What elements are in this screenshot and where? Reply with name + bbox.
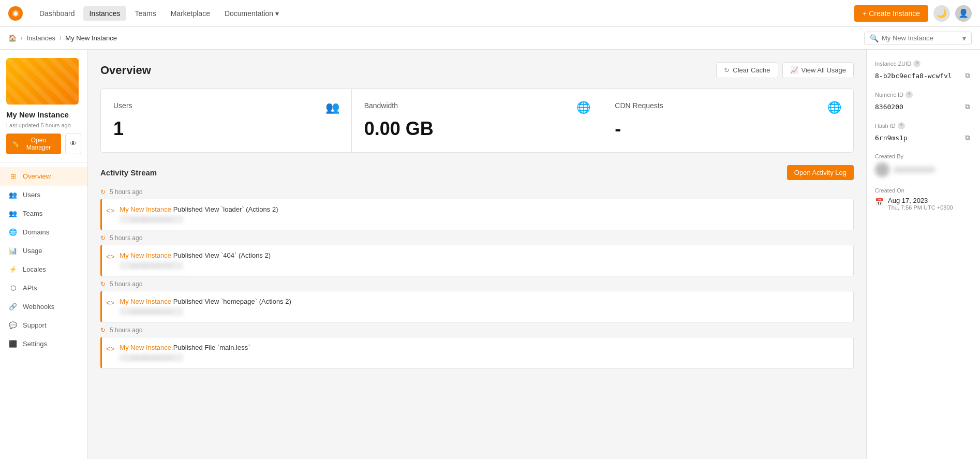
- activity-item-text-4: My New Instance Published File `main.les…: [120, 344, 846, 351]
- copy-hash-id-button[interactable]: ⧉: [963, 132, 972, 143]
- user-avatar[interactable]: 👤: [955, 5, 972, 22]
- nav-documentation[interactable]: Documentation ▾: [218, 6, 285, 21]
- breadcrumb-instances[interactable]: Instances: [26, 34, 55, 42]
- instance-zuid-label: Instance ZUID ?: [875, 60, 972, 67]
- stat-bandwidth: Bandwidth 0.00 GB 🌐: [352, 89, 603, 152]
- activity-item-sub-3: user@email.com: [120, 307, 183, 316]
- activity-item-content-4: My New Instance Published File `main.les…: [120, 344, 846, 362]
- page-layout: My New Instance Last updated 5 hours ago…: [0, 50, 980, 459]
- calendar-icon: 📅: [875, 198, 884, 206]
- sidebar-item-usage[interactable]: 📊 Usage: [0, 242, 87, 260]
- activity-instance-link-4[interactable]: My New Instance: [120, 344, 171, 351]
- sidebar-item-settings[interactable]: ⬛ Settings: [0, 335, 87, 353]
- numeric-id-field: Numeric ID ? 8360200 ⧉: [875, 91, 972, 112]
- breadcrumb-bar: 🏠 / Instances / My New Instance 🔍 ▾: [0, 27, 980, 50]
- breadcrumb-current: My New Instance: [65, 34, 117, 42]
- activity-header: Activity Stream Open Activity Log: [100, 165, 854, 180]
- instance-updated: Last updated 5 hours ago: [6, 122, 81, 128]
- refresh-icon: ↻: [100, 327, 106, 334]
- teams-icon: 👥: [8, 209, 18, 218]
- breadcrumb-search-input[interactable]: [882, 34, 959, 42]
- sidebar-item-support[interactable]: 💬 Support: [0, 316, 87, 335]
- breadcrumb-home[interactable]: 🏠: [8, 34, 17, 42]
- activity-item-text-3: My New Instance Published View `homepage…: [120, 298, 846, 305]
- activity-item-text-1: My New Instance Published View `loader` …: [120, 205, 846, 213]
- stat-cdn: CDN Requests - 🌐: [602, 89, 853, 152]
- create-instance-button[interactable]: + Create Instance: [854, 5, 928, 22]
- sidebar-item-users[interactable]: 👥 Users: [0, 186, 87, 204]
- open-activity-log-button[interactable]: Open Activity Log: [787, 165, 854, 180]
- activity-instance-link-3[interactable]: My New Instance: [120, 298, 171, 305]
- copy-instance-zuid-button[interactable]: ⧉: [963, 70, 972, 81]
- code-icon: <>: [106, 299, 114, 307]
- right-panel: Instance ZUID ? 8-b2bc9ecfa8-wcwfvl ⧉ Nu…: [866, 50, 980, 459]
- main-wrapper: Overview ↻ Clear Cache 📈 View All Usage …: [0, 50, 866, 459]
- refresh-icon: ↻: [100, 234, 106, 242]
- locales-icon: ⚡: [8, 265, 18, 274]
- stats-row: Users 1 👥 Bandwidth 0.00 GB 🌐 CDN Reques…: [100, 88, 854, 153]
- activity-section: Activity Stream Open Activity Log ↻ 5 ho…: [100, 165, 854, 368]
- created-on-date-block: Aug 17, 2023 Thu, 7:56 PM UTC +0800: [888, 197, 953, 211]
- activity-instance-link-1[interactable]: My New Instance: [120, 205, 171, 213]
- sidebar-item-apis[interactable]: ⬡ APIs: [0, 279, 87, 298]
- created-on-row: 📅 Aug 17, 2023 Thu, 7:56 PM UTC +0800: [875, 197, 972, 211]
- preview-button[interactable]: 👁: [65, 134, 81, 154]
- usage-icon: 📊: [8, 246, 18, 256]
- clear-cache-button[interactable]: ↻ Clear Cache: [716, 62, 778, 78]
- activity-timestamp-3: ↻ 5 hours ago: [100, 280, 854, 288]
- apis-icon: ⬡: [8, 284, 18, 293]
- breadcrumb-sep2: /: [60, 35, 61, 42]
- cdn-stat-icon: 🌐: [826, 99, 843, 116]
- created-on-date: Aug 17, 2023: [888, 197, 953, 204]
- sidebar-nav: ⊞ Overview 👥 Users 👥 Teams 🌐 Domains 📊 U…: [0, 163, 87, 358]
- breadcrumb-sep1: /: [21, 35, 22, 42]
- activity-instance-link-2[interactable]: My New Instance: [120, 251, 171, 259]
- activity-item-4: <> My New Instance Published File `main.…: [100, 337, 854, 368]
- nav-dashboard[interactable]: Dashboard: [33, 6, 81, 21]
- sidebar-item-webhooks[interactable]: 🔗 Webhooks: [0, 298, 87, 316]
- nav-marketplace[interactable]: Marketplace: [165, 6, 216, 21]
- copy-numeric-id-button[interactable]: ⧉: [963, 101, 972, 112]
- overview-header: Overview ↻ Clear Cache 📈 View All Usage: [100, 62, 854, 78]
- chevron-down-icon[interactable]: ▾: [962, 34, 966, 42]
- stat-users: Users 1 👥: [101, 89, 352, 152]
- nav-instances[interactable]: Instances: [83, 6, 127, 21]
- hash-id-tooltip[interactable]: ?: [898, 122, 905, 129]
- sidebar-item-domains[interactable]: 🌐 Domains: [0, 223, 87, 242]
- activity-item-text-2: My New Instance Published View `404` (Ac…: [120, 251, 846, 259]
- overview-actions: ↻ Clear Cache 📈 View All Usage: [716, 62, 854, 78]
- nav-teams[interactable]: Teams: [128, 6, 162, 21]
- bandwidth-stat-icon: 🌐: [575, 99, 591, 116]
- breadcrumb-search-box[interactable]: 🔍 ▾: [864, 32, 972, 45]
- code-icon: <>: [106, 206, 114, 215]
- sidebar-item-overview[interactable]: ⊞ Overview: [0, 167, 87, 186]
- activity-item-content-1: My New Instance Published View `loader` …: [120, 205, 846, 224]
- created-by-field: Created By: [875, 153, 972, 177]
- app-logo[interactable]: [8, 6, 23, 21]
- activity-item-sub-2: user@email.com: [120, 261, 183, 270]
- created-by-label: Created By: [875, 153, 972, 159]
- pencil-icon: ✏️: [11, 140, 19, 147]
- activity-timestamp-2: ↻ 5 hours ago: [100, 234, 854, 242]
- search-icon: 🔍: [870, 34, 879, 42]
- activity-item-sub-4: user@email.com: [120, 353, 183, 362]
- instance-image-pattern: [6, 58, 79, 105]
- theme-toggle[interactable]: 🌙: [933, 5, 950, 22]
- instance-card: My New Instance Last updated 5 hours ago…: [0, 50, 87, 163]
- open-manager-button[interactable]: ✏️ Open Manager: [6, 134, 61, 154]
- main-content: Overview ↻ Clear Cache 📈 View All Usage …: [88, 50, 866, 385]
- activity-item-1: <> My New Instance Published View `loade…: [100, 199, 854, 230]
- instance-zuid-field: Instance ZUID ? 8-b2bc9ecfa8-wcwfvl ⧉: [875, 60, 972, 81]
- created-by-name: [894, 167, 935, 173]
- sidebar-item-teams[interactable]: 👥 Teams: [0, 204, 87, 223]
- hash-id-label: Hash ID ?: [875, 122, 972, 129]
- code-icon: <>: [106, 345, 114, 353]
- instance-actions: ✏️ Open Manager 👁: [6, 134, 81, 154]
- sidebar-item-locales[interactable]: ⚡ Locales: [0, 260, 87, 279]
- activity-timestamp-4: ↻ 5 hours ago: [100, 327, 854, 334]
- numeric-id-label: Numeric ID ?: [875, 91, 972, 98]
- numeric-id-tooltip[interactable]: ?: [905, 91, 913, 98]
- instance-zuid-value: 8-b2bc9ecfa8-wcwfvl: [875, 72, 952, 80]
- instance-zuid-tooltip[interactable]: ?: [913, 60, 920, 67]
- view-all-usage-button[interactable]: 📈 View All Usage: [782, 62, 854, 78]
